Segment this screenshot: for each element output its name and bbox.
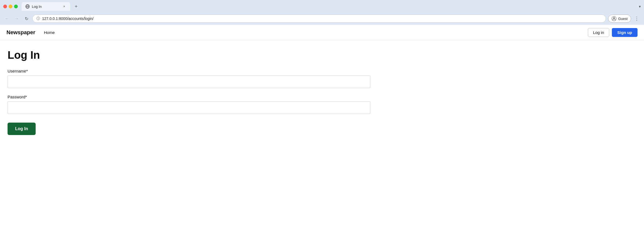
address-bar-row: ← → ↻ ⓘ 127.0.0.1:8000/accounts/login/ G…	[0, 13, 644, 25]
new-tab-button[interactable]: +	[72, 3, 80, 10]
username-label: Username*	[8, 69, 370, 73]
guest-label: Guest	[618, 17, 628, 21]
address-bar[interactable]: ⓘ 127.0.0.1:8000/accounts/login/	[32, 15, 606, 23]
browser-chrome: Log In × + ▾ ← → ↻ ⓘ 127.0.0.1:8000/acco…	[0, 0, 644, 25]
form-title: Log In	[8, 49, 370, 61]
window-controls	[3, 5, 18, 8]
globe-icon	[25, 4, 30, 9]
password-label: Password*	[8, 95, 370, 99]
site-logo: Newspaper	[6, 29, 35, 36]
address-url: 127.0.0.1:8000/accounts/login/	[42, 16, 602, 21]
tab-close-button[interactable]: ×	[62, 4, 66, 9]
forward-button[interactable]: →	[13, 15, 21, 22]
username-input[interactable]	[8, 75, 370, 88]
nav-login-button[interactable]: Log in	[588, 28, 609, 37]
guest-avatar-icon	[612, 16, 616, 21]
page-content: Newspaper Home Log in Sign up Log In Use…	[0, 25, 644, 235]
nav-signup-button[interactable]: Sign up	[612, 28, 638, 37]
minimize-window-button[interactable]	[9, 5, 12, 8]
tab-list-button[interactable]: ▾	[639, 4, 641, 9]
back-button[interactable]: ←	[3, 15, 11, 22]
password-field-group: Password*	[8, 95, 370, 114]
title-bar: Log In × + ▾	[0, 0, 644, 13]
svg-point-3	[613, 17, 615, 19]
username-field-group: Username*	[8, 69, 370, 88]
browser-menu-button[interactable]: ⋮	[633, 15, 641, 22]
site-nav: Newspaper Home Log in Sign up	[0, 25, 644, 40]
reload-button[interactable]: ↻	[23, 15, 30, 22]
login-submit-button[interactable]: Log In	[8, 123, 36, 135]
close-window-button[interactable]	[3, 5, 7, 8]
browser-menu-area: Guest ⋮	[608, 15, 641, 23]
guest-button[interactable]: Guest	[608, 15, 631, 23]
browser-tab[interactable]: Log In ×	[22, 2, 70, 11]
home-nav-link[interactable]: Home	[42, 29, 57, 36]
tab-title: Log In	[32, 5, 60, 9]
password-input[interactable]	[8, 101, 370, 114]
form-container: Log In Username* Password* Log In	[0, 40, 378, 144]
maximize-window-button[interactable]	[14, 5, 18, 8]
info-icon: ⓘ	[36, 16, 40, 21]
